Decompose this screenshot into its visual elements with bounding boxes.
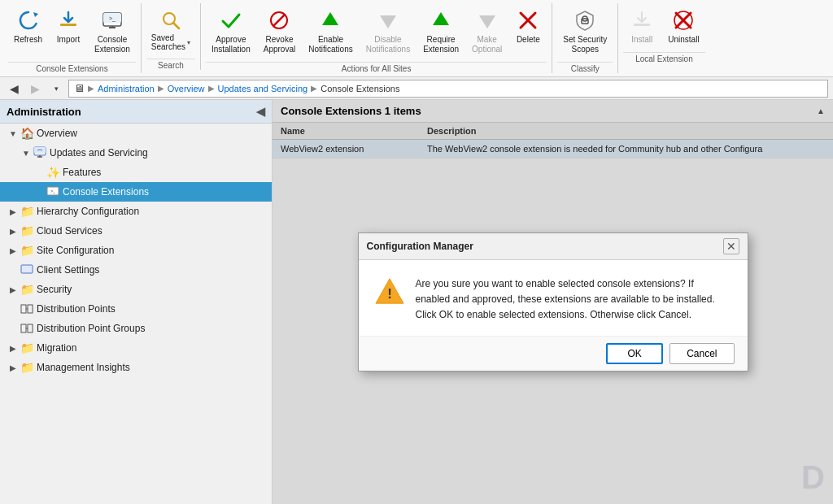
client-settings-label: Client Settings (37, 264, 99, 276)
dist-groups-label: Distribution Point Groups (37, 323, 145, 334)
svg-rect-33 (21, 324, 26, 332)
updates-label: Updates and Servicing (50, 147, 148, 159)
delete-button[interactable]: Delete (509, 3, 547, 49)
uninstall-label: Uninstall (668, 35, 699, 45)
sidebar-item-features[interactable]: ✨ Features (0, 163, 272, 182)
dialog-close-button[interactable]: ✕ (723, 238, 739, 254)
sidebar-item-overview[interactable]: ▼ 🏠 Overview (0, 124, 272, 143)
svg-marker-12 (380, 15, 396, 28)
sidebar-collapse-button[interactable]: ◀ (256, 105, 265, 118)
ribbon-group-console-extensions: Refresh Import >_ ConsoleExtension Conso… (3, 3, 142, 73)
security-expand: ▶ (7, 283, 20, 296)
hierarchy-label: Hierarchy Configuration (37, 206, 139, 217)
sidebar-item-console-extensions[interactable]: >_ Console Extensions (0, 182, 272, 202)
svg-rect-30 (21, 305, 26, 313)
svg-rect-34 (28, 324, 33, 332)
ribbon-group-search-label: Search (146, 59, 195, 70)
dialog-overlay: Configuration Manager ✕ ! Are you sure y… (273, 100, 833, 504)
path-sep-2: ▶ (208, 84, 215, 93)
console-extension-button[interactable]: >_ ConsoleExtension (89, 3, 136, 59)
svg-rect-29 (21, 265, 33, 273)
enable-button[interactable]: EnableNotifications (303, 3, 358, 59)
dialog-title: Configuration Manager (367, 241, 473, 252)
cloud-label: Cloud Services (37, 225, 102, 237)
saved-searches-label: SavedSearches (151, 33, 185, 51)
revoke-button[interactable]: RevokeApproval (258, 3, 301, 59)
path-updates[interactable]: Updates and Servicing (218, 84, 308, 93)
svg-marker-0 (33, 12, 38, 17)
path-admin[interactable]: Administration (98, 84, 155, 93)
features-label: Features (63, 167, 101, 178)
mgmt-insights-expand: ▶ (7, 361, 20, 374)
sidebar-item-migration[interactable]: ▶ 📁 Migration (0, 338, 272, 358)
migration-icon: 📁 (20, 341, 34, 355)
import-button[interactable]: Import (50, 3, 87, 49)
saved-searches-label-row: SavedSearches ▾ (151, 33, 190, 51)
path-overview[interactable]: Overview (168, 84, 205, 93)
approve-label: ApproveInstallation (212, 35, 251, 54)
dialog-titlebar: Configuration Manager ✕ (359, 233, 748, 260)
require-button[interactable]: RequireExtension (417, 3, 464, 59)
uninstall-icon (670, 7, 696, 33)
path-sep-1: ▶ (158, 84, 164, 93)
path-sep-0: ▶ (88, 84, 94, 93)
sidebar-item-updates[interactable]: ▼ Updates and Servicing (0, 143, 272, 163)
path-console-ext: Console Extensions (321, 84, 399, 93)
disable-button[interactable]: DisableNotifications (360, 3, 416, 59)
main-area: Administration ◀ ▼ 🏠 Overview ▼ Updates … (0, 100, 833, 504)
warning-icon: ! (375, 276, 404, 306)
security-label: Security (37, 284, 72, 295)
sidebar-item-security[interactable]: ▶ 📁 Security (0, 280, 272, 299)
saved-searches-icon (158, 7, 184, 33)
approve-button[interactable]: ApproveInstallation (206, 3, 256, 59)
svg-line-8 (173, 23, 179, 28)
dialog-body: ! Are you sure you want to enable select… (359, 260, 748, 337)
site-config-expand: ▶ (7, 244, 20, 257)
sidebar-item-site-config[interactable]: ▶ 📁 Site Configuration (0, 241, 272, 260)
delete-icon (515, 7, 541, 33)
overview-expand: ▼ (7, 127, 20, 140)
site-config-icon: 📁 (20, 243, 34, 258)
sidebar-header: Administration ◀ (0, 100, 272, 124)
enable-label: EnableNotifications (308, 35, 352, 54)
cloud-icon: 📁 (20, 224, 34, 238)
ribbon-group-console-ext-label: Console Extensions (8, 62, 136, 73)
address-path: 🖥 ▶ Administration ▶ Overview ▶ Updates … (68, 80, 828, 98)
import-label: Import (57, 35, 80, 45)
refresh-label: Refresh (14, 35, 42, 45)
saved-searches-chevron: ▾ (187, 39, 190, 46)
dialog-cancel-button[interactable]: Cancel (669, 343, 734, 364)
uninstall-button[interactable]: Uninstall (662, 3, 704, 49)
sidebar-item-dist-points[interactable]: Distribution Points (0, 299, 272, 319)
make-optional-button[interactable]: MakeOptional (466, 3, 508, 59)
require-label: RequireExtension (423, 35, 459, 54)
ribbon-group-classify-label: Classify (557, 62, 613, 73)
sidebar-item-mgmt-insights[interactable]: ▶ 📁 Management Insights (0, 358, 272, 377)
dialog-ok-button[interactable]: OK (606, 343, 663, 364)
refresh-button[interactable]: Refresh (8, 3, 48, 49)
svg-text:>_: >_ (109, 15, 116, 22)
sidebar-item-cloud[interactable]: ▶ 📁 Cloud Services (0, 221, 272, 241)
disable-label: DisableNotifications (366, 35, 410, 54)
updates-icon (33, 146, 47, 160)
ribbon-group-search: SavedSearches ▾ Search (142, 3, 201, 70)
svg-line-10 (274, 15, 285, 26)
recent-button[interactable]: ▾ (47, 80, 65, 98)
set-security-scopes-button[interactable]: Set SecurityScopes (557, 3, 613, 59)
back-button[interactable]: ◀ (5, 80, 23, 98)
sidebar-item-dist-groups[interactable]: Distribution Point Groups (0, 319, 272, 338)
install-button[interactable]: Install (623, 3, 661, 49)
forward-button[interactable]: ▶ (26, 80, 44, 98)
svg-marker-11 (322, 12, 338, 25)
sidebar-item-hierarchy[interactable]: ▶ 📁 Hierarchy Configuration (0, 202, 272, 221)
svg-marker-13 (433, 12, 449, 25)
sidebar-item-client-settings[interactable]: Client Settings (0, 260, 272, 280)
svg-rect-19 (634, 24, 650, 26)
svg-marker-14 (479, 15, 495, 28)
console-extension-label: ConsoleExtension (94, 35, 130, 54)
saved-searches-button[interactable]: SavedSearches ▾ (146, 3, 195, 55)
client-settings-icon (20, 263, 34, 277)
make-optional-icon (474, 7, 500, 33)
mgmt-insights-label: Management Insights (37, 362, 130, 373)
content-panel: Console Extensions 1 items ▲ Name Descri… (273, 100, 833, 504)
